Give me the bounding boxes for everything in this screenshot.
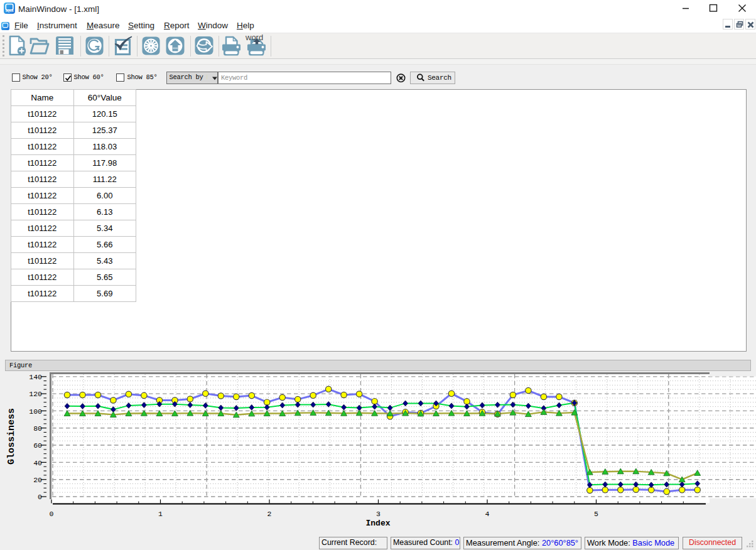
svg-text:40: 40 — [33, 459, 42, 467]
svg-text:1: 1 — [158, 510, 163, 518]
svg-text:120: 120 — [29, 390, 42, 398]
svg-text:80: 80 — [33, 424, 42, 433]
svg-text:Index: Index — [365, 519, 390, 528]
svg-text:140: 140 — [29, 373, 42, 381]
svg-text:4: 4 — [485, 510, 490, 518]
svg-text:3: 3 — [376, 510, 381, 518]
svg-text:SQC6: SQC6 — [6, 9, 14, 13]
svg-text:0: 0 — [50, 510, 54, 518]
svg-text:Glossiness: Glossiness — [6, 408, 17, 465]
svg-text:20: 20 — [33, 476, 42, 484]
svg-text:60: 60 — [33, 441, 42, 450]
svg-text:2: 2 — [267, 510, 272, 518]
svg-text:5: 5 — [594, 510, 598, 518]
svg-text:0: 0 — [38, 493, 42, 501]
svg-text:100: 100 — [29, 407, 42, 416]
